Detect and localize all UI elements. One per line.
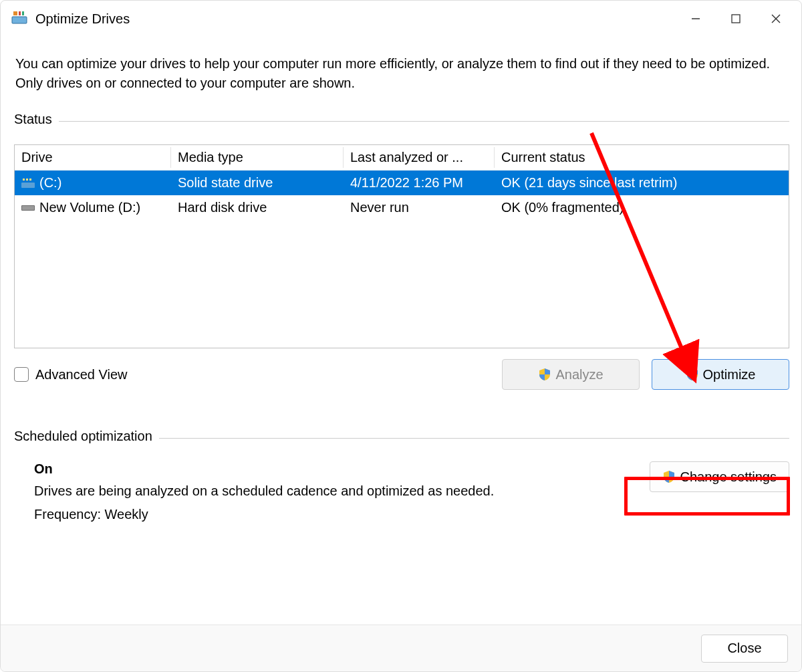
drive-name-cell: (C:) [15, 175, 171, 191]
drive-list-header: Drive Media type Last analyzed or ... Cu… [15, 145, 789, 171]
maximize-button[interactable] [716, 5, 756, 32]
change-settings-button[interactable]: Change settings [650, 461, 789, 492]
drive-name: (C:) [39, 175, 61, 191]
close-button[interactable] [756, 5, 796, 32]
minimize-button[interactable] [676, 5, 716, 32]
drive-name-cell: New Volume (D:) [15, 200, 171, 215]
close-dialog-button[interactable]: Close [701, 635, 788, 663]
last-analyzed-cell: 4/11/2022 1:26 PM [344, 175, 495, 191]
ssd-icon [21, 179, 35, 188]
status-label: Status [14, 112, 59, 127]
svg-rect-4 [22, 11, 24, 15]
svg-rect-6 [732, 15, 740, 23]
optimize-label: Optimize [703, 367, 756, 382]
media-type-cell: Solid state drive [171, 175, 344, 191]
drive-list[interactable]: Drive Media type Last analyzed or ... Cu… [14, 144, 789, 348]
col-media-type[interactable]: Media type [171, 147, 344, 168]
media-type-cell: Hard disk drive [171, 200, 344, 215]
titlebar: Optimize Drives [1, 1, 801, 37]
schedule-frequency: Frequency: Weekly [34, 507, 630, 522]
shield-icon [662, 470, 676, 483]
schedule-state: On [34, 461, 630, 477]
table-row[interactable]: New Volume (D:) Hard disk drive Never ru… [15, 195, 789, 220]
hdd-icon [21, 203, 35, 213]
svg-rect-11 [26, 179, 28, 181]
shield-icon [686, 368, 699, 381]
shield-icon [538, 368, 551, 381]
svg-rect-10 [23, 179, 25, 181]
col-drive[interactable]: Drive [15, 147, 171, 168]
svg-rect-3 [19, 11, 21, 15]
schedule-description: Drives are being analyzed on a scheduled… [34, 483, 630, 499]
window-title: Optimize Drives [35, 11, 130, 27]
status-section-header: Status [14, 112, 789, 127]
close-label: Close [727, 641, 761, 656]
svg-rect-12 [29, 179, 31, 181]
dialog-footer: Close [1, 625, 801, 671]
svg-rect-0 [12, 17, 27, 23]
app-icon [10, 9, 29, 28]
last-analyzed-cell: Never run [344, 200, 495, 215]
analyze-button[interactable]: Analyze [502, 359, 640, 390]
scheduled-label: Scheduled optimization [14, 429, 159, 444]
analyze-label: Analyze [555, 367, 603, 382]
col-last-analyzed[interactable]: Last analyzed or ... [344, 147, 495, 168]
col-current-status[interactable]: Current status [495, 147, 789, 168]
optimize-button[interactable]: Optimize [652, 359, 789, 390]
advanced-view-checkbox[interactable] [14, 367, 29, 382]
current-status-cell: OK (0% fragmented) [495, 200, 789, 215]
divider [159, 438, 789, 439]
drive-name: New Volume (D:) [39, 200, 140, 215]
table-row[interactable]: (C:) Solid state drive 4/11/2022 1:26 PM… [15, 171, 789, 195]
description-text: You can optimize your drives to help you… [15, 54, 788, 93]
change-settings-label: Change settings [680, 469, 777, 485]
svg-rect-14 [22, 206, 34, 210]
scheduled-section-header: Scheduled optimization [14, 429, 789, 444]
svg-rect-9 [21, 183, 35, 188]
current-status-cell: OK (21 days since last retrim) [495, 175, 789, 191]
divider [59, 121, 789, 122]
advanced-view-label: Advanced View [35, 367, 128, 382]
svg-rect-2 [13, 11, 17, 15]
